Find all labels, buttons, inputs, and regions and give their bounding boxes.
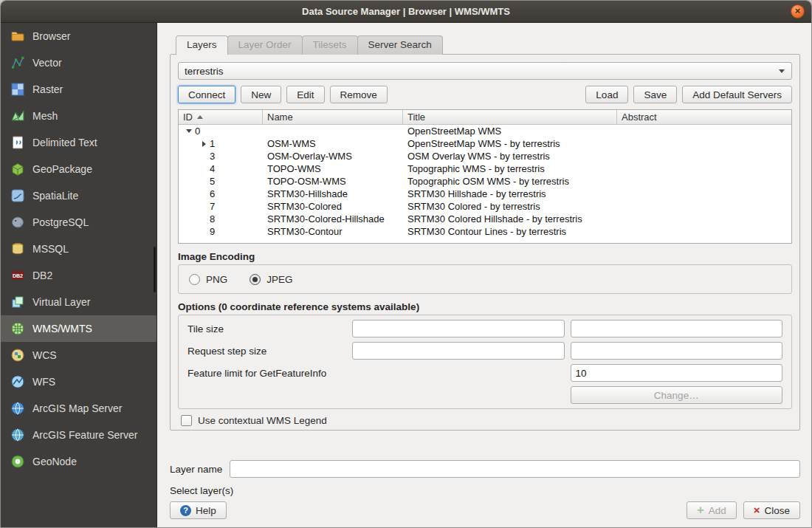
delimited-text-icon [10, 134, 26, 151]
layer-title-cell: OpenStreetMap WMS - by terrestris [403, 137, 617, 150]
save-button[interactable]: Save [633, 86, 677, 103]
connect-button[interactable]: Connect [178, 86, 235, 103]
radio-png[interactable]: PNG [189, 274, 227, 285]
close-button-label: Close [764, 505, 790, 516]
layer-name-cell: TOPO-WMS [263, 162, 403, 175]
layers-table-body: 0OpenStreetMap WMS1OSM-WMSOpenStreetMap … [179, 125, 791, 243]
layer-row-9[interactable]: 9SRTM30-ContourSRTM30 Contour Lines - by… [179, 225, 791, 238]
layer-title-cell: Topographic WMS - by terrestris [403, 162, 617, 175]
column-header-name[interactable]: Name [263, 110, 403, 124]
sidebar-item-vector[interactable]: Vector [1, 49, 156, 76]
spatialite-icon [10, 188, 26, 204]
sidebar-item-label: GeoNode [32, 456, 77, 467]
image-encoding-label: Image Encoding [178, 250, 792, 263]
sidebar-item-arcgis-feature-server[interactable]: ArcGIS Feature Server [1, 422, 156, 448]
sidebar-item-label: Vector [32, 57, 62, 69]
window-close-button[interactable]: × [791, 4, 805, 18]
sidebar-item-label: ArcGIS Map Server [32, 402, 122, 414]
sidebar-item-delimited-text[interactable]: Delimited Text [1, 129, 156, 156]
radio-button-icon [250, 274, 261, 285]
sidebar-item-wms-wmts[interactable]: WMS/WMTS [1, 315, 156, 342]
connection-buttons-row: Connect New Edit Remove Load Save Add De… [178, 86, 792, 103]
tab-server-search[interactable]: Server Search [357, 35, 443, 55]
layer-id: 6 [210, 188, 215, 200]
layer-id: 8 [210, 213, 215, 225]
raster-icon [10, 81, 26, 97]
layer-title-cell: OSM Overlay WMS - by terrestris [403, 150, 617, 162]
vector-icon [10, 55, 26, 71]
sidebar-items: BrowserVectorRasterMeshDelimited TextGeo… [1, 23, 156, 475]
layer-row-3[interactable]: 3OSM-Overlay-WMSOSM Overlay WMS - by ter… [179, 150, 791, 162]
edit-button[interactable]: Edit [286, 86, 324, 103]
titlebar: Data Source Manager | Browser | WMS/WMTS… [1, 1, 811, 23]
sidebar-item-mesh[interactable]: Mesh [1, 103, 156, 129]
sidebar-item-raster[interactable]: Raster [1, 76, 156, 103]
column-header-id[interactable]: ID [179, 110, 263, 124]
request-step-y-input[interactable] [571, 342, 783, 360]
sidebar-item-geonode[interactable]: GeoNode [1, 448, 156, 475]
request-step-x-input[interactable] [352, 342, 565, 360]
layer-row-5[interactable]: 5TOPO-OSM-WMSTopographic OSM WMS - by te… [179, 175, 791, 188]
layer-id-cell: 4 [179, 162, 263, 175]
image-encoding-options: PNGJPEG [178, 264, 792, 294]
sidebar-scrollbar[interactable] [154, 247, 156, 292]
sidebar-item-spatialite[interactable]: SpatiaLite [1, 182, 156, 209]
expander-closed-icon[interactable] [198, 138, 210, 150]
chevron-down-icon [775, 69, 788, 73]
expander-placeholder [198, 226, 210, 238]
layer-row-8[interactable]: 8SRTM30-Colored-HillshadeSRTM30 Colored … [179, 213, 791, 225]
layers-table-header: IDNameTitleAbstract [179, 110, 791, 125]
expander-open-icon[interactable] [183, 126, 195, 137]
contextual-legend-checkbox[interactable] [181, 415, 192, 426]
sidebar-item-db2[interactable]: DB2DB2 [1, 262, 156, 289]
sidebar-item-label: Raster [32, 83, 63, 95]
sidebar-item-mssql[interactable]: MSSQL [1, 236, 156, 262]
close-button[interactable]: × Close [743, 501, 800, 519]
tile-height-input[interactable] [571, 320, 783, 337]
tile-width-input[interactable] [352, 320, 565, 337]
arcgis-map-server-icon [10, 400, 26, 416]
sidebar-item-wcs[interactable]: WCS [1, 342, 156, 368]
sidebar-item-virtual-layer[interactable]: Virtual Layer [1, 289, 156, 315]
expander-placeholder [198, 188, 210, 200]
layer-row-7[interactable]: 7SRTM30-ColoredSRTM30 Colored - by terre… [179, 200, 791, 213]
sidebar-item-label: WMS/WMTS [32, 323, 92, 335]
load-button[interactable]: Load [585, 86, 628, 103]
layer-name-input[interactable] [230, 460, 800, 478]
new-button[interactable]: New [241, 86, 281, 103]
sidebar-item-label: DB2 [32, 270, 52, 281]
server-connection-select[interactable]: terrestris [178, 62, 792, 80]
add-plus-icon: + [697, 505, 703, 515]
column-header-title[interactable]: Title [403, 110, 617, 124]
help-button[interactable]: ? Help [170, 501, 227, 519]
add-default-servers-button[interactable]: Add Default Servers [682, 86, 792, 103]
sidebar-item-browser[interactable]: Browser [1, 23, 156, 49]
remove-button[interactable]: Remove [330, 86, 388, 103]
layer-id-cell: 9 [179, 225, 263, 238]
layer-row-1[interactable]: 1OSM-WMSOpenStreetMap WMS - by terrestri… [179, 137, 791, 150]
db2-icon: DB2 [10, 267, 26, 284]
layer-name-cell: SRTM30-Colored-Hillshade [263, 213, 403, 225]
sidebar-item-wfs[interactable]: WFS [1, 368, 156, 395]
layer-id: 1 [210, 137, 215, 150]
tab-layers[interactable]: Layers [176, 35, 228, 55]
feature-limit-input[interactable] [571, 364, 783, 382]
contextual-legend-row[interactable]: Use contextual WMS Legend [178, 414, 792, 427]
layer-id-cell: 6 [179, 188, 263, 200]
sidebar-item-label: Delimited Text [32, 137, 97, 148]
layer-row-0[interactable]: 0OpenStreetMap WMS [179, 125, 791, 137]
layer-id: 9 [210, 225, 215, 238]
sidebar-item-label: Mesh [32, 110, 58, 122]
sidebar-item-arcgis-map-server[interactable]: ArcGIS Map Server [1, 395, 156, 422]
sidebar: BrowserVectorRasterMeshDelimited TextGeo… [1, 23, 157, 527]
browser-icon [10, 28, 26, 44]
feature-limit-label: Feature limit for GetFeatureInfo [187, 368, 565, 379]
sidebar-item-geopackage[interactable]: GeoPackage [1, 156, 156, 182]
expander-placeholder [198, 176, 210, 188]
column-header-abstract[interactable]: Abstract [617, 110, 791, 124]
layer-name-row: Layer name [170, 460, 800, 478]
layer-row-4[interactable]: 4TOPO-WMSTopographic WMS - by terrestris [179, 162, 791, 175]
radio-jpeg[interactable]: JPEG [250, 274, 292, 285]
layer-row-6[interactable]: 6SRTM30-HillshadeSRTM30 Hillshade - by t… [179, 188, 791, 200]
sidebar-item-postgresql[interactable]: PostgreSQL [1, 209, 156, 236]
